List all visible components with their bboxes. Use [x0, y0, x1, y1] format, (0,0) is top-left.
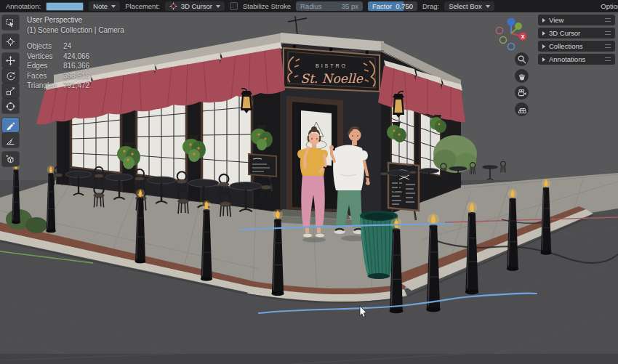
panel-grip-icon — [605, 18, 611, 22]
tool-move[interactable] — [2, 53, 19, 68]
chevron-right-icon — [542, 44, 545, 49]
note-layer-dropdown[interactable]: Note — [89, 1, 120, 11]
perspective-grid-button[interactable] — [515, 102, 529, 116]
sign-kicker-text: BISTRO — [316, 63, 348, 68]
panel-grip-icon — [605, 31, 611, 35]
chevron-right-icon — [542, 18, 545, 23]
tool-rotate[interactable] — [2, 68, 19, 83]
tool-annotate[interactable] — [2, 118, 19, 132]
drag-mode-dropdown[interactable]: Select Box — [444, 1, 494, 11]
zoom-button[interactable] — [515, 52, 529, 66]
chevron-down-icon — [111, 5, 116, 8]
chevron-right-icon — [542, 57, 545, 62]
pan-hand-button[interactable] — [515, 69, 529, 83]
tool-select-box[interactable] — [2, 15, 19, 30]
gizmo-y-neg-axis[interactable] — [500, 37, 507, 44]
viewport-controls — [515, 52, 529, 116]
gizmo-x-neg-axis[interactable] — [497, 28, 503, 34]
gizmo-z-neg-axis[interactable] — [508, 44, 515, 50]
stabilize-stroke-checkbox[interactable] — [230, 2, 238, 10]
placement-label: Placement: — [125, 2, 160, 10]
tool-add-cube[interactable] — [2, 152, 19, 166]
placement-dropdown[interactable]: 3D Cursor — [165, 1, 225, 11]
tool-settings-header: Annotation: Note Placement: 3D Cursor St… — [0, 0, 618, 12]
sidebar-panel-3d-cursor[interactable]: 3D Cursor — [538, 28, 615, 39]
panel-grip-icon — [605, 44, 611, 48]
gizmo-z-axis[interactable] — [507, 18, 515, 26]
tool-measure[interactable] — [2, 133, 19, 147]
radius-slider: Radius 35 px — [296, 1, 363, 11]
stat-row: Objects24 — [27, 41, 124, 52]
sidebar-panel-annotations[interactable]: Annotations — [538, 54, 615, 65]
radius-label: Radius — [300, 2, 322, 10]
chevron-down-icon — [486, 5, 490, 8]
placement-value: 3D Cursor — [181, 2, 212, 10]
stat-row: Vertices424,066 — [27, 52, 124, 62]
sidebar-panel-view[interactable]: View — [538, 15, 615, 25]
factor-label: Factor — [372, 2, 392, 10]
drag-label: Drag: — [422, 2, 439, 10]
radius-value: 35 px — [342, 2, 358, 10]
cursor-placement-icon — [169, 2, 177, 10]
tool-scale[interactable] — [2, 84, 19, 98]
factor-slider[interactable]: Factor 0.750 — [368, 1, 417, 11]
stat-row: Edges816,366 — [27, 61, 124, 71]
stat-row: Triangles791,472 — [27, 81, 124, 91]
annotation-color-swatch[interactable] — [46, 2, 84, 11]
options-button[interactable]: Options — [601, 2, 618, 10]
panel-grip-icon — [605, 57, 611, 61]
stat-row: Faces398,518 — [27, 71, 124, 81]
sign-name-text: St. Noelle — [300, 71, 363, 86]
tool-cursor[interactable] — [2, 34, 19, 49]
annotation-label: Annotation: — [6, 2, 41, 10]
chevron-down-icon — [216, 5, 220, 8]
drag-mode-value: Select Box — [449, 2, 481, 10]
scene-context-label: (1) Scene Collection | Camera — [27, 25, 124, 36]
scene-statistics: Objects24 Vertices424,066 Edges816,366 F… — [27, 41, 124, 91]
chevron-right-icon — [542, 31, 545, 36]
gizmo-x-label: X — [521, 34, 525, 39]
blender-window: BISTRO St. Noelle — [0, 0, 618, 364]
stabilize-stroke-label: Stabilize Stroke — [243, 2, 291, 10]
view-mode-label: User Perspective — [27, 15, 124, 25]
note-layer-label: Note — [93, 2, 108, 10]
tool-transform[interactable] — [2, 99, 19, 113]
sidebar-panel-collections[interactable]: Collections — [538, 41, 615, 52]
navigation-gizmo[interactable]: X — [495, 16, 529, 54]
toolbar — [2, 15, 19, 166]
sidebar-panels: View 3D Cursor Collections Annotations — [538, 15, 615, 67]
camera-view-button[interactable] — [515, 86, 529, 100]
gizmo-y-axis[interactable] — [515, 23, 522, 30]
factor-value: 0.750 — [396, 2, 413, 10]
viewport-info: User Perspective (1) Scene Collection | … — [27, 15, 124, 91]
